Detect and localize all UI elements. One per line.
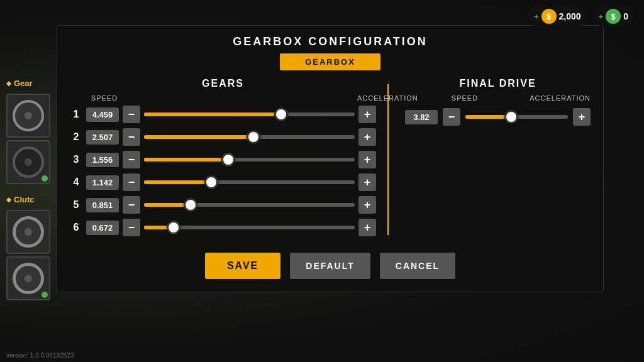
gear-number-5: 5 (70, 199, 82, 211)
gear-thumb-4[interactable] (204, 175, 218, 189)
gear-minus-button-1[interactable]: − (123, 106, 140, 123)
gearbox-modal: GEARBOX CONFIGURATION GEARBOX GEARS SPEE… (57, 25, 604, 292)
gear-minus-button-2[interactable]: − (123, 128, 140, 146)
final-drive-section: FINAL DRIVE SPEED ACCELERATION 3.82 − + (389, 78, 591, 241)
gear-plus-button-4[interactable]: + (358, 173, 376, 191)
gear-slider-6[interactable] (144, 219, 355, 236)
gear-wheel-center (25, 112, 32, 119)
gear-thumb-5[interactable] (184, 198, 197, 212)
gear-value-2: 2.507 (86, 130, 119, 145)
sidebar-gear-item-2[interactable] (6, 140, 50, 184)
clutch-wheel-icon (13, 216, 44, 248)
version-text: version: 1.0.0.08192823 (6, 352, 74, 359)
tab-gearbox[interactable]: GEARBOX (280, 53, 380, 70)
sidebar-clutch-item[interactable] (6, 210, 50, 254)
gear-track-2 (144, 135, 355, 139)
final-drive-row: 3.82 − + (405, 108, 591, 126)
gear-fill-1 (144, 112, 281, 116)
gear-track-5 (144, 203, 355, 207)
currency1-badge: + $ 2,000 (528, 6, 587, 26)
final-drive-track (465, 115, 568, 119)
final-drive-thumb[interactable] (504, 110, 518, 124)
gear-row-6: 6 0.672 − + (70, 219, 376, 236)
gear-value-4: 1.142 (86, 175, 119, 190)
clutch-wheel-icon-2 (13, 263, 44, 294)
tab-bar: GEARBOX (57, 53, 603, 70)
currency2-plus: + (599, 12, 604, 21)
gear-row-5: 5 0.851 − + (70, 196, 376, 214)
gear-number-2: 2 (70, 131, 82, 143)
currency2-value: 0 (623, 11, 628, 21)
gear-track-1 (144, 112, 355, 116)
final-drive-value: 3.82 (405, 110, 438, 124)
cancel-button[interactable]: CaNceL (380, 253, 455, 279)
gear-plus-button-2[interactable]: + (358, 128, 376, 146)
gear-value-6: 0.672 (86, 221, 119, 235)
gear-rows-container: 1 4.459 − + 2 2.507 − + 3 1. (70, 106, 376, 236)
gears-col-headers: SPEED ACCELERATION (70, 94, 376, 102)
currency2-icon: $ (606, 9, 621, 24)
default-button[interactable]: DEFAULT (290, 253, 370, 279)
currency1-plus: + (534, 12, 539, 21)
save-button[interactable]: SAVE (205, 253, 280, 279)
sidebar-gear-label: ◆ Gear (0, 75, 57, 91)
hud-currency-area: + $ 2,000 + $ 0 (528, 6, 635, 26)
gear-plus-button-6[interactable]: + (358, 219, 376, 236)
gear-plus-button-1[interactable]: + (358, 106, 376, 123)
gear-fill-4 (144, 180, 211, 184)
gear-value-1: 4.459 (86, 107, 119, 122)
gear-fill-3 (144, 158, 228, 162)
final-drive-minus-button[interactable]: − (443, 108, 460, 126)
gear-plus-button-5[interactable]: + (358, 196, 376, 214)
gear-number-4: 4 (70, 177, 82, 188)
gear-value-5: 0.851 (86, 198, 119, 212)
gear-wheel-icon (13, 100, 44, 131)
gear-row-3: 3 1.556 − + (70, 151, 376, 168)
gear-slider-3[interactable] (144, 151, 355, 168)
gear-row-4: 4 1.142 − + (70, 173, 376, 191)
sidebar-clutch-item-2[interactable] (6, 256, 50, 300)
gear-fill-2 (144, 135, 253, 139)
gear-thumb-6[interactable] (167, 221, 180, 234)
gear-thumb-1[interactable] (274, 107, 288, 121)
gear-thumb-2[interactable] (247, 130, 260, 144)
gear-number-3: 3 (70, 154, 82, 165)
section-divider (387, 84, 389, 235)
gear-slider-5[interactable] (144, 196, 355, 214)
gear-plus-button-3[interactable]: + (358, 151, 376, 168)
gear-minus-button-5[interactable]: − (123, 196, 140, 214)
left-sidebar: ◆ Gear ◆ Clutc (0, 75, 57, 303)
gears-speed-label: SPEED (82, 94, 126, 102)
final-accel-label: ACCELERATION (530, 94, 591, 102)
gear-track-6 (144, 226, 355, 229)
currency1-icon: $ (541, 9, 557, 24)
gear-number-6: 6 (70, 222, 82, 233)
gears-accel-label-right: ACCELERATION (357, 94, 376, 102)
gears-title: GEARS (70, 78, 376, 89)
gear-icon-2 (13, 146, 44, 178)
gear-track-3 (144, 158, 355, 162)
final-drive-plus-button[interactable]: + (573, 108, 591, 126)
content-area: GEARS SPEED ACCELERATION 1 4.459 − + 2 2… (57, 78, 603, 241)
final-drive-title: FINAL DRIVE (405, 78, 591, 89)
gear-minus-button-3[interactable]: − (123, 151, 140, 168)
currency1-value: 2,000 (559, 11, 581, 21)
gear-minus-button-4[interactable]: − (123, 173, 140, 191)
sidebar-gear-item[interactable] (6, 94, 50, 138)
sidebar-clutch-label: ◆ Clutc (0, 192, 57, 207)
gear-slider-1[interactable] (144, 106, 355, 123)
gear-slider-2[interactable] (144, 128, 355, 146)
gear-slider-4[interactable] (144, 173, 355, 191)
gears-section: GEARS SPEED ACCELERATION 1 4.459 − + 2 2… (70, 78, 389, 241)
gear-row-1: 1 4.459 − + (70, 106, 376, 123)
buttons-bar: SAVE DEFAULT CaNceL (57, 253, 603, 279)
currency2-badge: + $ 0 (592, 6, 635, 26)
gear-thumb-3[interactable] (221, 153, 235, 167)
modal-title: GEARBOX CONFIGURATION (57, 26, 603, 53)
gear-row-2: 2 2.507 − + (70, 128, 376, 146)
gear-minus-button-6[interactable]: − (123, 219, 140, 236)
final-drive-col-headers: SPEED ACCELERATION (405, 94, 591, 102)
gear-number-1: 1 (70, 109, 82, 120)
final-speed-label: SPEED (443, 94, 487, 102)
final-drive-slider[interactable] (465, 108, 568, 126)
